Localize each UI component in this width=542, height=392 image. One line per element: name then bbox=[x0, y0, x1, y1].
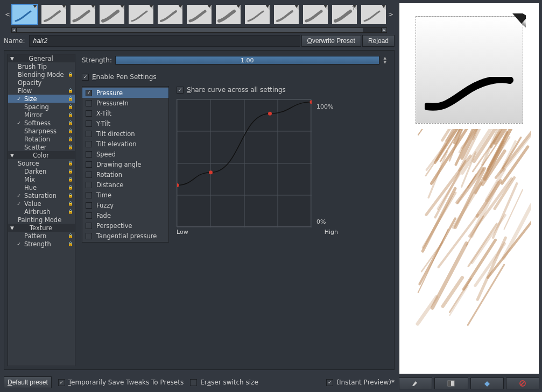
brush-preset-thumb[interactable] bbox=[186, 4, 213, 25]
brush-preset-thumb[interactable] bbox=[11, 4, 38, 25]
sensor-item[interactable]: X-Tilt bbox=[82, 108, 168, 118]
brush-preset-thumb[interactable] bbox=[157, 4, 184, 25]
prev-brush-page[interactable]: < bbox=[4, 11, 11, 18]
share-curve-checkbox[interactable]: ✓ bbox=[177, 87, 184, 94]
brush-preset-thumb[interactable] bbox=[128, 4, 154, 25]
curve-control-point[interactable] bbox=[177, 183, 179, 187]
tree-item[interactable]: ✓Strength🔒 bbox=[8, 240, 75, 248]
instant-preview-label: (Instant Preview)* bbox=[336, 379, 395, 386]
sensor-item[interactable]: Time bbox=[82, 190, 168, 200]
tree-item[interactable]: Opacity bbox=[8, 79, 75, 87]
next-brush-page[interactable]: > bbox=[387, 11, 395, 18]
curve-x-min: Low bbox=[177, 229, 188, 236]
curve-y-min: 0% bbox=[316, 218, 326, 225]
preview-fill-button[interactable] bbox=[470, 377, 504, 389]
tree-item[interactable]: Source🔒 bbox=[8, 159, 75, 167]
sensor-item[interactable]: Perspective bbox=[82, 220, 168, 231]
brush-name-input[interactable] bbox=[29, 35, 300, 47]
brush-scroll-track[interactable] bbox=[17, 27, 382, 33]
sensor-item[interactable]: Tilt elevation bbox=[82, 139, 168, 149]
stroke-sample-icon bbox=[425, 77, 516, 115]
sensor-item[interactable]: Rotation bbox=[82, 169, 168, 180]
sensor-item[interactable]: Drawing angle bbox=[82, 159, 168, 169]
brush-preset-thumb[interactable] bbox=[273, 4, 300, 25]
tree-section-header[interactable]: ▼Color bbox=[8, 151, 75, 159]
enable-pen-settings-checkbox[interactable]: ✓ bbox=[82, 74, 89, 81]
tree-item[interactable]: Darken🔒 bbox=[8, 167, 75, 175]
sensor-list[interactable]: ✓PressurePressureInX-TiltY-TiltTilt dire… bbox=[82, 86, 169, 243]
brush-preset-thumb[interactable] bbox=[244, 4, 271, 25]
scratchpad-preview bbox=[407, 129, 531, 339]
sensor-item[interactable]: Tangential pressure bbox=[82, 231, 168, 241]
strength-spinner[interactable]: ▲▼ bbox=[384, 56, 386, 65]
sensor-item[interactable]: Y-Tilt bbox=[82, 118, 168, 129]
curve-x-max: High bbox=[325, 229, 338, 236]
temp-save-tweaks-label: Temporarily Save Tweaks To Presets bbox=[68, 379, 184, 386]
brush-preset-thumb[interactable] bbox=[360, 4, 387, 25]
brush-name-label: Name: bbox=[4, 37, 25, 45]
brush-preview bbox=[399, 3, 539, 374]
preview-clear-button[interactable] bbox=[506, 377, 539, 389]
enable-pen-settings-label: Enable Pen Settings bbox=[92, 73, 157, 81]
tree-item[interactable]: ✓Size🔒 bbox=[8, 95, 75, 103]
tree-item[interactable]: Pattern🔒 bbox=[8, 232, 75, 240]
curve-control-point[interactable] bbox=[209, 170, 213, 174]
brush-preset-thumb[interactable] bbox=[40, 4, 67, 25]
tree-item[interactable]: Hue🔒 bbox=[8, 183, 75, 191]
tree-item[interactable]: Airbrush🔒 bbox=[8, 208, 75, 216]
tree-item[interactable]: Flow🔒 bbox=[8, 87, 75, 95]
curve-control-point[interactable] bbox=[310, 100, 312, 104]
tree-item[interactable]: Spacing🔒 bbox=[8, 103, 75, 111]
svg-line-92 bbox=[423, 193, 455, 247]
tree-item[interactable]: Rotation🔒 bbox=[8, 135, 75, 143]
svg-line-82 bbox=[503, 205, 531, 258]
svg-line-64 bbox=[417, 297, 436, 324]
curve-editor[interactable] bbox=[177, 99, 311, 227]
tree-item[interactable]: Painting Mode bbox=[8, 216, 75, 224]
brush-preset-thumb[interactable] bbox=[215, 4, 242, 25]
sensor-item[interactable]: PressureIn bbox=[82, 98, 168, 108]
brush-preset-thumb[interactable]: T bbox=[331, 4, 358, 25]
reload-button[interactable]: Reload bbox=[362, 35, 395, 47]
sensor-item[interactable]: Tilt direction bbox=[82, 129, 168, 139]
settings-tree[interactable]: ▼GeneralBrush TipBlending Mode🔒OpacityFl… bbox=[8, 54, 75, 366]
sensor-item[interactable]: Speed bbox=[82, 149, 168, 159]
temp-save-tweaks-checkbox[interactable]: ✓ bbox=[58, 379, 65, 386]
brush-scroll-right[interactable]: ▸ bbox=[382, 27, 387, 33]
instant-preview-checkbox[interactable]: ✓ bbox=[326, 379, 333, 386]
strength-slider[interactable]: 1.00 bbox=[115, 56, 379, 65]
tree-item[interactable]: Scatter🔒 bbox=[8, 143, 75, 151]
default-preset-button[interactable]: Default preset bbox=[4, 376, 52, 388]
tree-item[interactable]: Blending Mode🔒 bbox=[8, 70, 75, 79]
preview-layer-button[interactable] bbox=[434, 377, 468, 389]
sensor-item[interactable]: Fade bbox=[82, 210, 168, 220]
eraser-switch-size-checkbox[interactable] bbox=[190, 379, 197, 386]
tree-item[interactable]: ✓Value🔒 bbox=[8, 199, 75, 208]
preview-brush-button[interactable] bbox=[399, 377, 432, 389]
curve-control-point[interactable] bbox=[268, 112, 272, 116]
svg-marker-111 bbox=[484, 381, 490, 387]
brush-preset-thumb[interactable] bbox=[98, 4, 125, 25]
curve-y-max: 100% bbox=[316, 103, 333, 110]
brush-scroll-left[interactable]: ◂ bbox=[11, 27, 17, 33]
brush-preset-thumb[interactable] bbox=[69, 4, 96, 25]
sensor-item[interactable]: ✓Pressure bbox=[82, 88, 168, 98]
tree-item[interactable]: ✓Softness🔒 bbox=[8, 119, 75, 127]
brush-preset-thumb[interactable] bbox=[302, 4, 329, 25]
tree-item[interactable]: ✓Saturation🔒 bbox=[8, 191, 75, 199]
brush-tip-preview bbox=[416, 16, 523, 124]
tree-item[interactable]: Sharpness🔒 bbox=[8, 127, 75, 135]
svg-rect-110 bbox=[448, 381, 451, 386]
tree-item[interactable]: Brush Tip bbox=[8, 62, 75, 70]
tree-item[interactable]: Mix🔒 bbox=[8, 175, 75, 183]
sensor-item[interactable]: Distance bbox=[82, 180, 168, 190]
svg-line-113 bbox=[520, 382, 524, 386]
tree-item[interactable]: Mirror🔒 bbox=[8, 111, 75, 119]
overwrite-preset-button[interactable]: Overwrite Preset bbox=[301, 35, 361, 47]
sensor-item[interactable]: Fuzzy bbox=[82, 200, 168, 210]
share-curve-label: Share curve across all settings bbox=[187, 86, 286, 94]
tree-section-header[interactable]: ▼Texture bbox=[8, 224, 75, 232]
tree-section-header[interactable]: ▼General bbox=[8, 54, 75, 62]
strength-label: Strength: bbox=[82, 56, 111, 64]
eraser-switch-size-label: Eraser switch size bbox=[200, 379, 258, 386]
